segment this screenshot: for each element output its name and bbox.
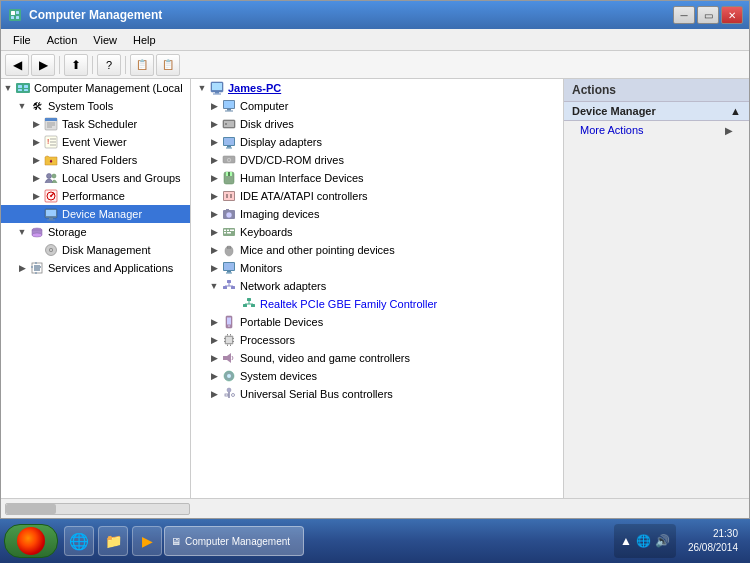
help-button[interactable]: ? bbox=[97, 54, 121, 76]
start-button[interactable] bbox=[4, 524, 58, 558]
tree-local-users[interactable]: ▶ Local Users and Groups bbox=[1, 169, 190, 187]
portable-expander: ▶ bbox=[207, 315, 221, 329]
taskbar-media[interactable]: ▶ bbox=[132, 526, 162, 556]
up-button[interactable]: ⬆ bbox=[64, 54, 88, 76]
device-computer[interactable]: ▶ Computer bbox=[191, 97, 563, 115]
menu-file[interactable]: File bbox=[5, 32, 39, 48]
actions-header: Actions bbox=[564, 79, 749, 102]
processors-expander: ▶ bbox=[207, 333, 221, 347]
device-dvd[interactable]: ▶ DVD/CD-ROM drives bbox=[191, 151, 563, 169]
system-tools-expander: ▼ bbox=[15, 99, 29, 113]
keyboards-label: Keyboards bbox=[240, 226, 293, 238]
left-pane-tree: ▼ Computer Management (Local ▼ bbox=[1, 79, 190, 498]
svg-rect-84 bbox=[226, 273, 232, 274]
svg-rect-99 bbox=[228, 326, 230, 327]
svg-point-116 bbox=[232, 394, 235, 397]
tray-volume[interactable]: 🔊 bbox=[655, 534, 670, 548]
shared-folders-expander: ▶ bbox=[29, 153, 43, 167]
device-imaging[interactable]: ▶ Imaging devices bbox=[191, 205, 563, 223]
svg-rect-73 bbox=[227, 230, 229, 232]
tree-services[interactable]: ▶ Services and Applications bbox=[1, 259, 190, 277]
menu-view[interactable]: View bbox=[85, 32, 125, 48]
more-actions-arrow: ▶ bbox=[725, 125, 733, 136]
device-keyboards[interactable]: ▶ Keyboards bbox=[191, 223, 563, 241]
svg-rect-75 bbox=[224, 232, 226, 234]
device-network[interactable]: ▼ Network adapters bbox=[191, 277, 563, 295]
tree-root[interactable]: ▼ Computer Management (Local bbox=[1, 79, 190, 97]
svg-rect-2 bbox=[16, 11, 19, 14]
tray-network[interactable]: 🌐 bbox=[636, 534, 651, 548]
task-scheduler-label: Task Scheduler bbox=[62, 118, 137, 130]
details-button[interactable]: 📋 bbox=[156, 54, 180, 76]
menu-action[interactable]: Action bbox=[39, 32, 86, 48]
clock-time: 21:30 bbox=[688, 527, 738, 541]
device-usb[interactable]: ▶ Universal Serial Bus controllers bbox=[191, 385, 563, 403]
svg-rect-106 bbox=[233, 338, 235, 339]
taskbar-active-window[interactable]: 🖥 Computer Management bbox=[164, 526, 304, 556]
actions-more[interactable]: More Actions ▶ bbox=[564, 121, 749, 139]
device-sound[interactable]: ▶ Sound, video and game controllers bbox=[191, 349, 563, 367]
svg-rect-63 bbox=[228, 172, 230, 176]
services-label: Services and Applications bbox=[48, 262, 173, 274]
display-icon bbox=[221, 134, 237, 150]
device-realtek[interactable]: Realtek PCIe GBE Family Controller bbox=[191, 295, 563, 313]
back-button[interactable]: ◀ bbox=[5, 54, 29, 76]
hid-icon bbox=[221, 170, 237, 186]
shared-folders-label: Shared Folders bbox=[62, 154, 137, 166]
tree-event-viewer[interactable]: ▶ ! Event Viewer bbox=[1, 133, 190, 151]
menu-help[interactable]: Help bbox=[125, 32, 164, 48]
main-window: Computer Management ─ ▭ ✕ File Action Vi… bbox=[0, 0, 750, 519]
svg-rect-82 bbox=[224, 263, 234, 270]
svg-text:!: ! bbox=[47, 137, 49, 146]
tree-disk-management[interactable]: Disk Management bbox=[1, 241, 190, 259]
device-system[interactable]: ▶ System devices bbox=[191, 367, 563, 385]
tree-storage[interactable]: ▼ Storage bbox=[1, 223, 190, 241]
tree-task-scheduler[interactable]: ▶ Task Scheduler bbox=[1, 115, 190, 133]
device-ide[interactable]: ▶ IDE ATA/ATAPI controllers bbox=[191, 187, 563, 205]
usb-label: Universal Serial Bus controllers bbox=[240, 388, 393, 400]
device-mice[interactable]: ▶ Mice and other pointing devices bbox=[191, 241, 563, 259]
svg-rect-70 bbox=[226, 209, 229, 211]
tree-performance[interactable]: ▶ Performance bbox=[1, 187, 190, 205]
svg-rect-91 bbox=[247, 298, 251, 301]
device-portable[interactable]: ▶ Portable Devices bbox=[191, 313, 563, 331]
tree-system-tools[interactable]: ▼ 🛠 System Tools bbox=[1, 97, 190, 115]
system-clock[interactable]: 21:30 26/08/2014 bbox=[680, 527, 746, 555]
status-scrollbar[interactable] bbox=[5, 503, 190, 515]
svg-text:♦: ♦ bbox=[49, 158, 52, 164]
tree-device-manager[interactable]: Device Manager bbox=[1, 205, 190, 223]
dvd-icon bbox=[221, 152, 237, 168]
device-display[interactable]: ▶ Display adapters bbox=[191, 133, 563, 151]
actions-section[interactable]: Device Manager ▲ bbox=[564, 102, 749, 121]
usb-icon bbox=[221, 386, 237, 402]
taskbar-ie[interactable]: 🌐 bbox=[64, 526, 94, 556]
window-title: Computer Management bbox=[29, 8, 673, 22]
device-hid[interactable]: ▶ Human Interface Devices bbox=[191, 169, 563, 187]
close-button[interactable]: ✕ bbox=[721, 6, 743, 24]
forward-button[interactable]: ▶ bbox=[31, 54, 55, 76]
restore-button[interactable]: ▭ bbox=[697, 6, 719, 24]
system-tools-icon: 🛠 bbox=[29, 98, 45, 114]
svg-rect-0 bbox=[9, 9, 21, 21]
sound-icon bbox=[221, 350, 237, 366]
device-disk-drives[interactable]: ▶ Disk drives bbox=[191, 115, 563, 133]
tree-shared-folders[interactable]: ▶ ♦ Shared Folders bbox=[1, 151, 190, 169]
svg-point-22 bbox=[52, 174, 56, 178]
taskbar-explorer[interactable]: 📁 bbox=[98, 526, 128, 556]
right-pane: Actions Device Manager ▲ More Actions ▶ bbox=[564, 79, 749, 498]
device-root[interactable]: ▼ James-PC bbox=[191, 79, 563, 97]
active-window-label: Computer Management bbox=[185, 536, 290, 547]
portable-icon bbox=[221, 314, 237, 330]
svg-rect-11 bbox=[45, 118, 57, 121]
system-tray: ▲ 🌐 🔊 bbox=[614, 524, 676, 558]
device-processors[interactable]: ▶ Processors bbox=[191, 331, 563, 349]
realtek-label: Realtek PCIe GBE Family Controller bbox=[260, 298, 437, 310]
svg-rect-41 bbox=[35, 272, 37, 274]
performance-label: Performance bbox=[62, 190, 125, 202]
svg-rect-49 bbox=[227, 109, 231, 111]
device-monitors[interactable]: ▶ Monitors bbox=[191, 259, 563, 277]
properties-button[interactable]: 📋 bbox=[130, 54, 154, 76]
minimize-button[interactable]: ─ bbox=[673, 6, 695, 24]
tray-arrow[interactable]: ▲ bbox=[620, 534, 632, 548]
svg-rect-103 bbox=[224, 341, 226, 342]
